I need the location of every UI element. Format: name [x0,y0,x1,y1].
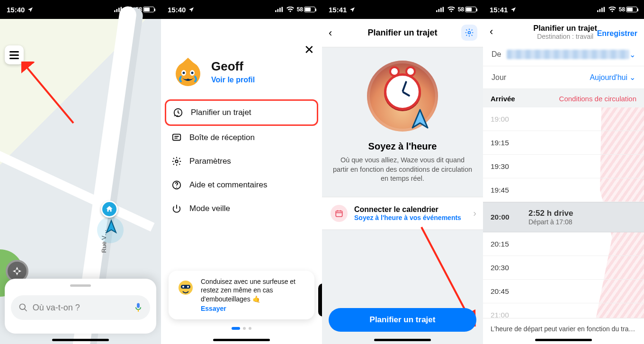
location-icon [349,7,355,12]
tip-avatar-icon [176,277,195,313]
screen-map: 15:40 58 Rue V… [0,0,161,344]
screen-plan-intro: 15:41 58 ‹ Planifier un trajet Soyez à l… [322,0,483,344]
svg-rect-37 [597,10,599,12]
search-sheet[interactable]: Où va-t-on ? [5,279,156,334]
time-slot[interactable]: 19:00 [483,107,644,131]
svg-rect-27 [436,10,438,12]
search-input[interactable]: Où va-t-on ? [11,295,150,320]
profile-header[interactable]: Geoff Voir le profil [161,19,322,99]
menu-button[interactable] [5,45,24,64]
home-indicator[interactable] [52,339,109,341]
menu-item-inbox[interactable]: Boîte de réception [165,126,318,150]
nav-arrow-icon [411,109,429,131]
close-button[interactable]: ✕ [304,43,314,57]
status-time: 15:40 [7,6,25,14]
depart-time: Départ à 17:08 [528,218,573,226]
help-icon [171,180,182,190]
time-slot[interactable]: 20:30 [483,256,644,280]
svg-rect-29 [440,8,442,12]
menu-item-help[interactable]: Aide et commentaires [165,173,318,197]
gear-icon [171,156,182,167]
hero-illustration-icon [367,61,438,132]
plan-header: ‹ Planifier un trajet [322,19,483,47]
status-bar: 15:41 58 [483,0,644,19]
svg-rect-32 [336,211,342,216]
tip-text: Conduisez avec une surfeuse et restez ze… [201,278,295,302]
hero-title: Soyez à l'heure [368,141,437,152]
mic-icon[interactable] [134,302,143,313]
svg-rect-11 [279,8,281,12]
time-slot[interactable]: 19:30 [483,155,644,178]
time-slot-selected[interactable]: 20:00 2:52 h drive Départ à 17:08 [483,202,644,232]
profile-name: Geoff [211,59,255,74]
signal-icon [597,7,606,12]
svg-rect-10 [277,9,278,12]
svg-rect-39 [601,8,603,12]
battery-icon: 58 [458,6,476,13]
back-button[interactable]: ‹ [490,24,493,38]
battery-icon: 58 [297,6,315,13]
menu-label: Planifier un trajet [191,108,251,117]
time-grid[interactable]: 19:00 19:15 19:30 19:45 20:00 2:52 h dri… [483,107,644,344]
inbox-icon [171,132,182,143]
svg-point-17 [191,72,194,74]
svg-point-20 [175,160,178,163]
gear-icon [465,28,474,37]
status-time: 15:40 [168,6,186,14]
settings-button[interactable] [461,25,477,41]
svg-point-15 [183,72,185,74]
time-slot[interactable]: 19:15 [483,131,644,155]
schedule-header: ‹ Planifier un trajet Destination : trav… [483,19,644,43]
home-indicator[interactable] [535,339,592,341]
svg-rect-30 [442,7,444,12]
svg-point-13 [176,62,200,86]
col-traffic: Conditions de circulation [526,95,636,103]
column-header: Arrivée Conditions de circulation [483,89,644,107]
home-indicator[interactable] [213,339,270,341]
svg-line-36 [421,227,469,317]
time-slot[interactable]: 19:45 [483,178,644,202]
save-button[interactable]: Enregistrer [597,29,637,38]
home-pin-icon[interactable] [101,201,118,218]
back-button[interactable]: ‹ [329,27,332,39]
map-canvas[interactable]: Rue V… Où va-t-on ? [0,19,161,344]
from-row[interactable]: De ⌄ [483,43,644,66]
signal-icon [436,7,445,12]
hero: Soyez à l'heure Où que vous alliez, Waze… [322,47,483,192]
tip-card[interactable]: Conduisez avec une surfeuse et restez ze… [169,271,314,319]
svg-point-31 [468,32,471,34]
from-value-redacted [507,50,629,59]
wifi-icon [608,7,616,12]
svg-point-5 [19,304,25,310]
chevron-down-icon: ⌄ [629,50,635,59]
page-title: Planifier un trajet [367,28,437,38]
signal-icon [275,7,284,12]
home-indicator[interactable] [374,339,431,341]
pager-dots[interactable] [161,327,322,330]
day-row[interactable]: Jour Aujourd'hui ⌄ [483,66,644,89]
location-icon [188,7,194,12]
svg-rect-0 [114,10,116,12]
screen-menu: 15:40 58 ✕ Geoff [161,0,322,344]
location-icon [27,7,33,12]
svg-rect-2 [118,8,120,12]
menu-item-sleep[interactable]: Mode veille [165,197,318,221]
current-location-icon [103,219,119,235]
connect-calendar-row[interactable]: Connecter le calendrier Soyez à l'heure … [322,197,483,230]
menu-item-settings[interactable]: Paramètres [165,150,318,173]
svg-rect-12 [281,7,283,12]
plan-trip-button[interactable]: Planifier un trajet [329,308,476,332]
menu-item-plan-trip[interactable]: Planifier un trajet [165,99,318,126]
menu-label: Mode veille [189,204,230,213]
time-slot[interactable]: 20:45 [483,280,644,303]
svg-rect-38 [599,9,600,12]
drag-handle-icon[interactable] [70,284,91,287]
menu-label: Paramètres [189,157,231,166]
svg-rect-28 [438,9,439,12]
view-profile-link[interactable]: Voir le profil [211,76,255,84]
calendar-subtitle: Soyez à l'heure à vos événements [354,214,461,221]
time-slot[interactable]: 20:15 [483,232,644,256]
tip-try-link[interactable]: Essayer [201,304,307,313]
menu-label: Aide et commentaires [189,180,267,190]
menu-label: Boîte de réception [189,133,255,142]
